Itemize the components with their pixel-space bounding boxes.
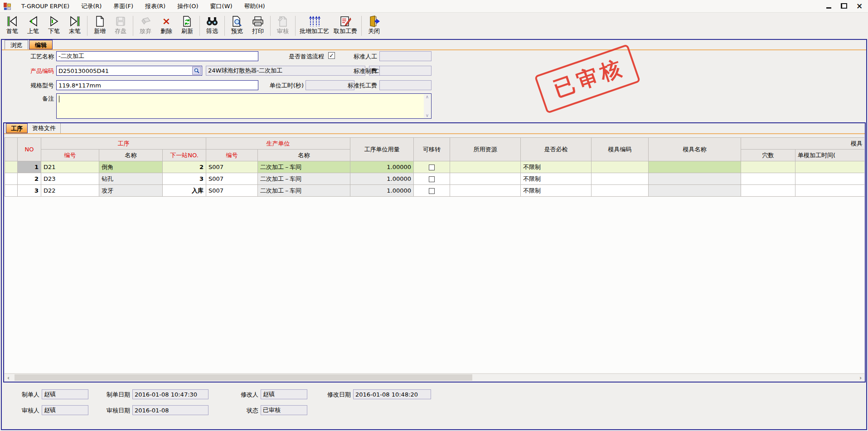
cell-mold-name[interactable] — [649, 173, 741, 185]
cell-transferable[interactable] — [414, 161, 450, 173]
product-code-input[interactable] — [56, 66, 202, 76]
cell-process-name[interactable]: 攻牙 — [99, 185, 163, 197]
filter-button[interactable]: 筛选 — [202, 14, 223, 38]
process-name-input[interactable] — [56, 51, 258, 61]
transferable-checkbox[interactable] — [429, 176, 435, 182]
discard-label: 放弃 — [140, 28, 151, 35]
cell-transferable[interactable] — [414, 185, 450, 197]
cell-unit-name[interactable]: 二次加工－车间 — [258, 161, 350, 173]
cell-must-inspect[interactable]: 不限制 — [521, 185, 592, 197]
print-button[interactable]: 打印 — [247, 14, 268, 38]
transferable-checkbox[interactable] — [429, 188, 435, 194]
cell-process-code[interactable]: D21 — [41, 161, 99, 173]
subtab-qualification-files[interactable]: 资格文件 — [28, 123, 61, 133]
get-processing-fee-button[interactable]: 取加工费 — [331, 14, 359, 38]
cell-must-inspect[interactable]: 不限制 — [521, 161, 592, 173]
print-label: 打印 — [252, 28, 264, 35]
cell-must-inspect[interactable]: 不限制 — [521, 173, 592, 185]
cell-unit-name[interactable]: 二次加工－车间 — [258, 185, 350, 197]
remarks-textarea[interactable]: ∧ ∨ — [56, 93, 432, 119]
row-selector-cell[interactable] — [5, 173, 18, 185]
cell-process-name[interactable]: 钻孔 — [99, 173, 163, 185]
cell-no[interactable]: 3 — [18, 185, 41, 197]
cell-usage[interactable]: 1.00000 — [350, 173, 414, 185]
delete-button[interactable]: × 删除 — [156, 14, 177, 38]
new-button[interactable]: 新增 — [89, 14, 110, 38]
scroll-left-icon[interactable]: ‹ — [5, 374, 12, 381]
cell-mold-name[interactable] — [649, 185, 741, 197]
subtab-accent-line — [4, 133, 865, 134]
spec-model-input[interactable] — [56, 80, 258, 90]
row-selector-cell[interactable] — [5, 161, 18, 173]
cell-mold-code[interactable] — [592, 161, 649, 173]
cell-mold-code[interactable] — [592, 173, 649, 185]
cell-transferable[interactable] — [414, 173, 450, 185]
cell-unit-code[interactable]: S007 — [206, 161, 258, 173]
close-window-button[interactable]: × — [855, 2, 863, 10]
cell-process-code[interactable]: D23 — [41, 173, 99, 185]
row-selector-cell[interactable] — [5, 185, 18, 197]
menu-interface[interactable]: 界面(F) — [107, 0, 139, 12]
prev-record-button[interactable]: 上笔 — [23, 14, 44, 38]
tab-browse[interactable]: 浏览 — [5, 40, 28, 49]
menu-help[interactable]: 帮助(H) — [238, 0, 271, 12]
menu-report[interactable]: 报表(R) — [139, 0, 171, 12]
cell-usage[interactable]: 1.00000 — [350, 185, 414, 197]
cell-mold-time[interactable] — [795, 161, 864, 173]
cell-mold-time[interactable] — [795, 185, 864, 197]
cell-next-station[interactable]: 2 — [163, 161, 206, 173]
transferable-checkbox[interactable] — [429, 165, 435, 170]
scroll-up-icon[interactable]: ∧ — [426, 94, 429, 99]
cell-resources[interactable] — [450, 185, 521, 197]
refresh-button[interactable]: 刷新 — [177, 14, 198, 38]
cell-mold-code[interactable] — [592, 185, 649, 197]
scrollbar-thumb[interactable] — [15, 374, 472, 381]
menu-record[interactable]: 记录(R) — [75, 0, 107, 12]
cell-process-name[interactable]: 倒角 — [99, 161, 163, 173]
cell-unit-name[interactable]: 二次加工－车间 — [258, 173, 350, 185]
cell-cavities[interactable] — [741, 161, 795, 173]
nav-first-icon — [6, 15, 18, 28]
preferred-flow-checkbox[interactable]: ✓ — [328, 52, 335, 59]
preview-button[interactable]: 预览 — [227, 14, 247, 38]
close-form-button[interactable]: 关闭 — [364, 14, 384, 38]
cell-cavities[interactable] — [741, 173, 795, 185]
scroll-down-icon[interactable]: ∨ — [426, 113, 429, 118]
menu-window[interactable]: 窗口(W) — [204, 0, 238, 12]
restore-button[interactable] — [840, 2, 848, 10]
std-labor-label: 标准人工 — [346, 53, 377, 61]
cell-process-code[interactable]: D22 — [41, 185, 99, 197]
col-resources: 所用资源 — [450, 138, 521, 161]
col-process-name: 名称 — [99, 150, 163, 161]
last-record-button[interactable]: 末笔 — [64, 14, 85, 38]
batch-add-process-button[interactable]: 批增加工艺 — [297, 14, 331, 38]
horizontal-scrollbar[interactable]: ‹ › — [5, 373, 864, 381]
nav-last-icon — [69, 15, 81, 28]
cell-next-station[interactable]: 3 — [163, 173, 206, 185]
menu-tgroup-erp[interactable]: T-GROUP ERP(E) — [15, 1, 75, 11]
std-labor-input[interactable] — [379, 51, 432, 61]
remarks-scrollbar[interactable]: ∧ ∨ — [424, 94, 431, 118]
subtab-process[interactable]: 工序 — [6, 123, 28, 133]
tab-edit[interactable]: 编辑 — [29, 40, 53, 49]
cell-usage[interactable]: 1.00000 — [350, 161, 414, 173]
scroll-right-icon[interactable]: › — [857, 374, 864, 381]
next-record-button[interactable]: 下笔 — [44, 14, 64, 38]
menu-operation[interactable]: 操作(O) — [171, 0, 204, 12]
cell-cavities[interactable] — [741, 185, 795, 197]
cell-mold-time[interactable] — [795, 173, 864, 185]
minimize-button[interactable] — [824, 2, 833, 10]
cell-unit-code[interactable]: S007 — [206, 185, 258, 197]
cell-unit-code[interactable]: S007 — [206, 173, 258, 185]
std-mfg-fee-input[interactable] — [379, 66, 432, 76]
cell-resources[interactable] — [450, 173, 521, 185]
cell-next-station[interactable]: 入库 — [163, 185, 206, 197]
product-lookup-button[interactable] — [192, 67, 201, 75]
cell-no[interactable]: 2 — [18, 173, 41, 185]
cell-no[interactable]: 1 — [18, 161, 41, 173]
cell-resources[interactable] — [450, 161, 521, 173]
first-record-button[interactable]: 首笔 — [2, 14, 23, 38]
print-icon — [252, 15, 264, 28]
std-outsource-fee-input[interactable] — [379, 80, 432, 90]
cell-mold-name[interactable] — [649, 161, 741, 173]
